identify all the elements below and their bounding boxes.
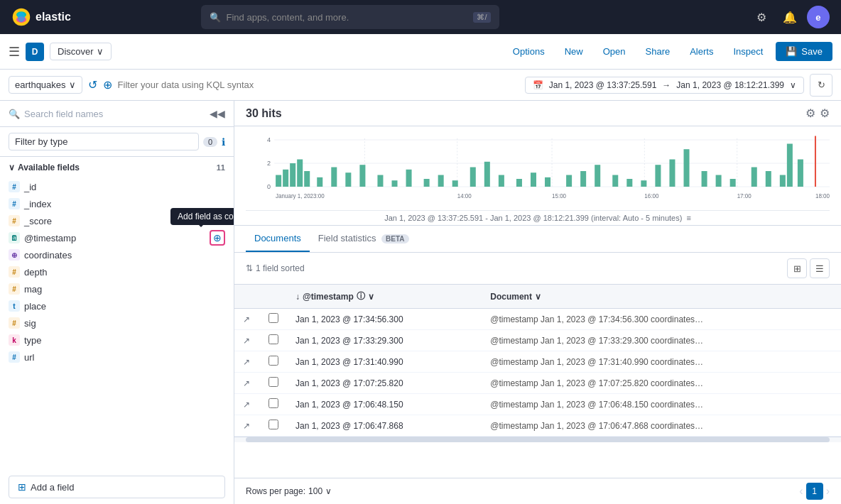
svg-rect-46	[702, 171, 707, 187]
options-btn[interactable]: Options	[506, 42, 552, 61]
pagination-bar: Rows per page: 100 ∨ ‹ 1 ›	[234, 478, 841, 504]
global-search-bar[interactable]: 🔍 ⌘/	[201, 5, 499, 29]
table-row: ↗ Jan 1, 2023 @ 17:33:29.300 @timestamp …	[234, 330, 841, 351]
field-list-item[interactable]: # sig	[0, 314, 234, 332]
row-expand-btn[interactable]: ↗	[243, 400, 250, 410]
row-expand-btn[interactable]: ↗	[243, 378, 250, 388]
horizontal-scrollbar[interactable]	[234, 437, 841, 442]
row-expand-cell[interactable]: ↗	[234, 330, 260, 351]
row-expand-btn[interactable]: ↗	[243, 357, 250, 367]
svg-rect-50	[766, 171, 771, 187]
row-check-cell[interactable]	[260, 309, 287, 330]
inspect-btn[interactable]: Inspect	[726, 42, 770, 61]
save-btn[interactable]: 💾 Save	[776, 42, 832, 61]
svg-rect-26	[392, 180, 398, 187]
row-expand-cell[interactable]: ↗	[234, 415, 260, 437]
row-checkbox[interactable]	[268, 398, 278, 408]
collapse-sidebar-btn[interactable]: ◀◀	[210, 108, 225, 119]
table-list-view-btn[interactable]: ☰	[810, 258, 830, 278]
fields-chevron-icon: ∨	[9, 163, 15, 172]
field-type-icon: #	[9, 198, 20, 209]
field-list-item[interactable]: # depth	[0, 263, 234, 280]
elastic-logo[interactable]: elastic	[11, 7, 71, 27]
row-check-cell[interactable]	[260, 351, 287, 373]
svg-rect-21	[317, 177, 322, 187]
refresh-btn[interactable]: ↻	[810, 74, 832, 97]
svg-rect-27	[406, 170, 412, 187]
field-list-item[interactable]: Add field as column 🗓 @timestamp ⊕	[0, 229, 234, 246]
svg-rect-18	[290, 163, 295, 187]
edit-filter-btn[interactable]: ↺	[88, 78, 97, 92]
hamburger-menu-btn[interactable]: ☰	[9, 44, 20, 60]
date-range-picker[interactable]: 📅 Jan 1, 2023 @ 13:37:25.591 → Jan 1, 20…	[525, 77, 804, 94]
date-arrow: →	[662, 80, 671, 90]
row-timestamp: Jan 1, 2023 @ 17:07:25.820	[287, 373, 482, 394]
field-list: # _id # _index # _score Add field as col…	[0, 178, 234, 470]
alerts-btn[interactable]: Alerts	[683, 42, 720, 61]
row-expand-cell[interactable]: ↗	[234, 351, 260, 373]
kql-filter-input[interactable]	[118, 80, 519, 90]
prev-page-btn[interactable]: ‹	[799, 485, 803, 498]
field-search-input[interactable]	[24, 109, 205, 119]
row-expand-cell[interactable]: ↗	[234, 373, 260, 394]
field-list-item[interactable]: # mag	[0, 280, 234, 297]
field-list-item[interactable]: # _id	[0, 178, 234, 195]
open-btn[interactable]: Open	[596, 42, 633, 61]
global-search-input[interactable]	[227, 12, 468, 23]
field-type-icon: #	[9, 181, 20, 192]
add-a-field-btn[interactable]: ⊞ Add a field	[9, 476, 225, 498]
tab-field-statistics[interactable]: Field statistics BETA	[310, 226, 418, 252]
table-toolbar: ⇅ 1 field sorted ⊞ ☰	[234, 253, 841, 285]
rows-per-page[interactable]: Rows per page: 100 ∨	[246, 486, 332, 496]
row-checkbox[interactable]	[268, 377, 278, 387]
row-expand-btn[interactable]: ↗	[243, 421, 250, 431]
document-col-header[interactable]: Document ∨	[482, 285, 841, 309]
index-selector[interactable]: earthquakes ∨	[9, 76, 82, 94]
row-checkbox[interactable]	[268, 334, 278, 344]
row-expand-cell[interactable]: ↗	[234, 309, 260, 330]
available-fields-header[interactable]: ∨ Available fields 11	[9, 163, 225, 172]
row-expand-cell[interactable]: ↗	[234, 394, 260, 415]
field-list-item[interactable]: t place	[0, 297, 234, 314]
row-checkbox[interactable]	[268, 356, 278, 366]
search-icon: 🔍	[210, 12, 221, 23]
filter-type-select[interactable]: Filter by type	[9, 133, 199, 150]
share-btn[interactable]: Share	[639, 42, 678, 61]
row-expand-btn[interactable]: ↗	[243, 336, 250, 346]
svg-rect-44	[669, 160, 675, 187]
settings-icon-btn[interactable]: ⚙	[750, 6, 773, 28]
nav-icons: ⚙ 🔔 e	[750, 6, 830, 28]
svg-rect-53	[798, 160, 803, 187]
row-checkbox[interactable]	[268, 313, 278, 323]
add-filter-btn[interactable]: ⊕	[103, 78, 112, 92]
discover-dropdown-btn[interactable]: Discover ∨	[50, 43, 112, 60]
chart-options-btn[interactable]: ⚙	[820, 106, 830, 120]
next-page-btn[interactable]: ›	[826, 485, 830, 498]
field-list-item[interactable]: k type	[0, 332, 234, 349]
timestamp-info-icon: ⓘ	[357, 290, 365, 302]
filter-type-info-icon[interactable]: ℹ	[222, 136, 225, 148]
svg-rect-51	[780, 175, 786, 187]
row-check-cell[interactable]	[260, 330, 287, 351]
row-check-cell[interactable]	[260, 415, 287, 437]
svg-rect-49	[752, 168, 757, 187]
add-column-btn[interactable]: ⊕	[210, 230, 225, 246]
user-avatar-btn[interactable]: e	[807, 6, 830, 28]
scroll-track[interactable]	[246, 437, 830, 442]
drag-handle-icon[interactable]: ≡	[686, 214, 690, 222]
new-btn[interactable]: New	[558, 42, 590, 61]
row-timestamp: Jan 1, 2023 @ 17:31:40.990	[287, 351, 482, 373]
index-name: earthquakes	[15, 80, 66, 90]
row-check-cell[interactable]	[260, 373, 287, 394]
chart-settings-btn[interactable]: ⚙	[805, 106, 815, 120]
table-grid-view-btn[interactable]: ⊞	[787, 258, 807, 278]
row-checkbox[interactable]	[268, 420, 278, 429]
timestamp-col-header[interactable]: ↓ @timestamp ⓘ ∨	[287, 285, 482, 309]
row-check-cell[interactable]	[260, 394, 287, 415]
tab-documents[interactable]: Documents	[246, 226, 310, 252]
svg-text:16:00: 16:00	[644, 192, 658, 199]
notifications-icon-btn[interactable]: 🔔	[778, 6, 801, 28]
row-expand-btn[interactable]: ↗	[243, 314, 250, 324]
field-list-item[interactable]: # url	[0, 349, 234, 366]
field-list-item[interactable]: ⊕ coordinates	[0, 246, 234, 263]
